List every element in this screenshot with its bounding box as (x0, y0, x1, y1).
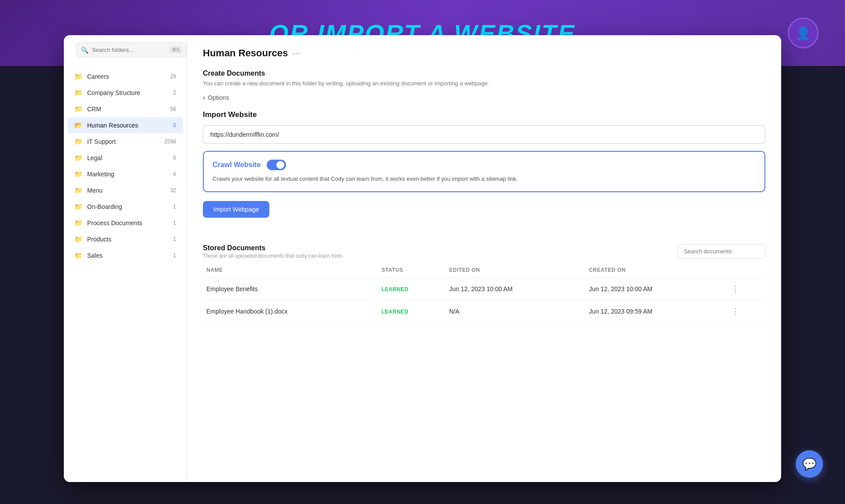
status-badge: LEARNED (382, 286, 409, 292)
doc-actions[interactable]: ⋮ (725, 278, 765, 300)
search-shortcut: ⌘K (169, 46, 182, 54)
sidebar-item-marketing[interactable]: 📁 Marketing 4 (67, 166, 183, 182)
doc-name: Employee Benefits (203, 278, 378, 300)
col-actions (725, 263, 765, 278)
options-back-button[interactable]: ‹ Options (203, 94, 765, 102)
table-row: Employee Handbook (1).docx LEARNED N/A J… (203, 300, 765, 322)
doc-status: LEARNED (378, 300, 446, 322)
sidebar-item-count: 32 (165, 187, 176, 194)
crawl-toggle[interactable] (267, 160, 286, 170)
sidebar-header: 🔍 ⌘K ⊞ (64, 42, 187, 68)
sidebar-item-menu[interactable]: 📁 Menu 32 (67, 183, 183, 198)
stored-docs-header: Stored Documents These are all uploaded … (203, 244, 765, 259)
import-website-title: Import Website (203, 110, 765, 119)
sidebar-item-process-documents[interactable]: 📁 Process Documents 1 (67, 215, 183, 231)
options-back-label: Options (208, 94, 229, 101)
search-input[interactable] (92, 47, 166, 53)
folder-icon: 📁 (74, 105, 83, 113)
sidebar-item-label: IT Support (87, 138, 160, 145)
sidebar-item-label: On-Boarding (87, 203, 161, 210)
sidebar-item-count: 4 (165, 171, 176, 177)
sidebar-item-label: Sales (87, 252, 161, 259)
sidebar-item-human-resources[interactable]: 📂 Human Resources 0 (67, 117, 183, 133)
folder-icon: 📁 (74, 89, 83, 97)
folder-icon: 📂 (74, 121, 83, 129)
folder-icon: 📁 (74, 219, 83, 227)
chat-icon: 💬 (802, 457, 816, 471)
chat-button[interactable]: 💬 (796, 450, 823, 478)
page-title: Human Resources (203, 47, 288, 59)
sidebar-item-count: 1 (165, 204, 176, 210)
sidebar-item-count: 2 (165, 90, 176, 96)
sidebar-item-label: Careers (87, 73, 161, 80)
stored-docs-title: Stored Documents (203, 244, 344, 252)
url-input[interactable] (203, 125, 765, 144)
table-header: NAME STATUS EDITED ON CREATED ON (203, 263, 765, 278)
search-icon: 🔍 (81, 47, 88, 54)
crawl-header: Crawl Website (213, 160, 756, 170)
sidebar-item-sales[interactable]: 📁 Sales 1 (67, 248, 183, 263)
sidebar-item-label: Company Structure (87, 89, 161, 96)
crawl-website-box: Crawl Website Crawls your website for al… (203, 151, 765, 192)
main-content-area: Human Resources ⋯ Create Documents You c… (187, 35, 781, 482)
sidebar-item-legal[interactable]: 📁 Legal 0 (67, 150, 183, 166)
folder-icon: 📁 (74, 170, 83, 178)
doc-status: LEARNED (378, 278, 446, 300)
content-header: Human Resources ⋯ (203, 47, 765, 59)
sidebar-item-count: 0 (165, 155, 176, 161)
sidebar-item-count: 29 (165, 73, 176, 80)
sidebar-item-label: CRM (87, 106, 161, 113)
sidebar-item-count: 1 (165, 236, 176, 242)
col-edited: EDITED ON (446, 263, 586, 278)
sidebar-item-on-boarding[interactable]: 📁 On-Boarding 1 (67, 199, 183, 215)
main-window: 🔍 ⌘K ⊞ 📁 Careers 29 📁 Company Structure … (64, 35, 781, 482)
create-docs-section: Create Documents You can create a new do… (203, 69, 765, 232)
avatar: 👤 (788, 18, 819, 48)
create-docs-desc: You can create a new document in this fo… (203, 80, 765, 87)
avatar-icon: 👤 (796, 26, 811, 40)
col-created: CREATED ON (585, 263, 725, 278)
sidebar: 🔍 ⌘K ⊞ 📁 Careers 29 📁 Company Structure … (64, 35, 187, 482)
sidebar-item-label: Menu (87, 187, 161, 194)
sidebar-item-crm[interactable]: 📁 CRM 56 (67, 101, 183, 117)
col-status: STATUS (378, 263, 446, 278)
folder-icon: 📁 (74, 73, 83, 80)
folder-icon: 📁 (74, 154, 83, 162)
toggle-slider (267, 160, 286, 170)
row-menu-button[interactable]: ⋮ (729, 306, 742, 317)
col-name: NAME (203, 263, 378, 278)
sidebar-item-company-structure[interactable]: 📁 Company Structure 2 (67, 85, 183, 101)
doc-actions[interactable]: ⋮ (725, 300, 765, 322)
sidebar-item-products[interactable]: 📁 Products 1 (67, 231, 183, 247)
sidebar-item-count: 2598 (164, 139, 176, 145)
stored-docs-desc: These are all uploaded documents that co… (203, 253, 344, 259)
doc-edited: Jun 12, 2023 10:00 AM (446, 278, 586, 300)
create-docs-title: Create Documents (203, 69, 765, 77)
sidebar-nav: 📁 Careers 29 📁 Company Structure 2 📁 CRM… (64, 68, 187, 482)
doc-created: Jun 12, 2023 09:59 AM (585, 300, 725, 322)
sidebar-item-label: Human Resources (87, 122, 161, 129)
sidebar-item-label: Marketing (87, 171, 161, 178)
sidebar-item-count: 1 (165, 252, 176, 259)
folder-icon: 📁 (74, 138, 83, 146)
sidebar-item-count: 56 (165, 106, 176, 112)
header-menu-icon[interactable]: ⋯ (292, 48, 300, 58)
sidebar-item-label: Process Documents (87, 219, 161, 226)
folder-icon: 📁 (74, 235, 83, 243)
table-row: Employee Benefits LEARNED Jun 12, 2023 1… (203, 278, 765, 300)
doc-edited: N/A (446, 300, 586, 322)
stored-docs-header-left: Stored Documents These are all uploaded … (203, 244, 344, 259)
doc-name: Employee Handbook (1).docx (203, 300, 378, 322)
import-webpage-button[interactable]: Import Webpage (203, 201, 269, 218)
back-arrow-icon: ‹ (203, 94, 205, 102)
sidebar-item-careers[interactable]: 📁 Careers 29 (67, 69, 183, 84)
stored-docs-section: Stored Documents These are all uploaded … (203, 244, 765, 323)
table-header-row: NAME STATUS EDITED ON CREATED ON (203, 263, 765, 278)
sidebar-item-count: 0 (165, 122, 176, 128)
row-menu-button[interactable]: ⋮ (729, 284, 742, 294)
sidebar-item-label: Products (87, 236, 161, 243)
sidebar-item-it-support[interactable]: 📁 IT Support 2598 (67, 134, 183, 150)
search-documents-input[interactable] (677, 244, 765, 259)
folder-icon: 📁 (74, 252, 83, 259)
crawl-description: Crawls your website for all textual cont… (213, 175, 756, 183)
